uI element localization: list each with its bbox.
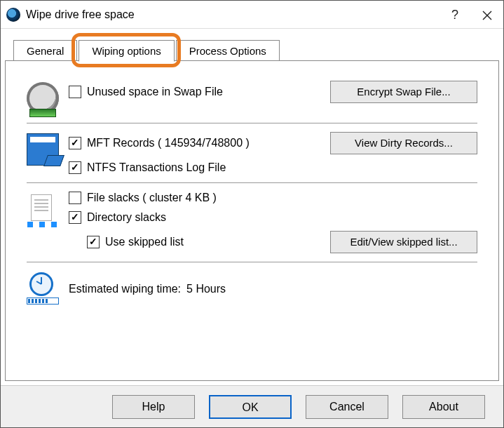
tab-general[interactable]: General xyxy=(13,40,77,61)
label-directory-slacks: Directory slacks xyxy=(87,211,166,224)
label-use-skipped-list: Use skipped list xyxy=(105,236,184,248)
titlebar-close-button[interactable] xyxy=(471,1,503,28)
close-icon xyxy=(482,11,492,20)
window-title: Wipe drive free space xyxy=(26,8,135,21)
section-mft: MFT Records ( 145934/748800 ) View Dirty… xyxy=(27,123,477,183)
about-button[interactable]: About xyxy=(402,395,485,419)
tab-process-options[interactable]: Process Options xyxy=(176,40,280,61)
dialog-button-bar: Help OK Cancel About xyxy=(1,385,503,427)
swap-icon xyxy=(27,81,69,114)
button-encrypt-swap[interactable]: Encrypt Swap File... xyxy=(330,81,477,103)
label-ntfs-log: NTFS Transactions Log File xyxy=(87,161,226,174)
cancel-button[interactable]: Cancel xyxy=(306,395,388,419)
tab-panel-wiping-options: Unused space in Swap File Encrypt Swap F… xyxy=(5,61,499,381)
mft-icon xyxy=(27,132,69,174)
slacks-icon xyxy=(27,192,69,253)
dialog-window: Wipe drive free space ? General Wiping o… xyxy=(0,0,504,428)
label-unused-swap: Unused space in Swap File xyxy=(87,86,223,98)
label-file-slacks: File slacks ( cluster 4 KB ) xyxy=(87,192,217,204)
label-mft-records: MFT Records ( 145934/748800 ) xyxy=(87,137,250,149)
titlebar-help-button[interactable]: ? xyxy=(439,1,471,28)
app-icon xyxy=(6,8,20,22)
section-swap: Unused space in Swap File Encrypt Swap F… xyxy=(27,72,477,123)
titlebar: Wipe drive free space ? xyxy=(1,1,503,29)
clock-icon xyxy=(27,271,69,307)
checkbox-use-skipped-list[interactable] xyxy=(87,236,100,248)
checkbox-mft-records[interactable] xyxy=(69,137,81,149)
ok-button[interactable]: OK xyxy=(209,395,292,419)
checkbox-directory-slacks[interactable] xyxy=(69,211,81,224)
button-edit-skipped-list[interactable]: Edit/View skipped list... xyxy=(330,231,477,253)
checkbox-file-slacks[interactable] xyxy=(69,192,81,204)
tab-wiping-options[interactable]: Wiping options xyxy=(79,40,174,62)
value-estimated-time: 5 Hours xyxy=(186,283,226,295)
section-estimate: Estimated wiping time: 5 Hours xyxy=(27,262,477,316)
label-estimated-time: Estimated wiping time: xyxy=(69,283,181,295)
section-slacks: File slacks ( cluster 4 KB ) Directory s… xyxy=(27,183,477,262)
help-button[interactable]: Help xyxy=(112,395,195,419)
button-view-dirty-records[interactable]: View Dirty Records... xyxy=(330,132,477,154)
tab-bar: General Wiping options Process Options xyxy=(5,37,499,61)
checkbox-ntfs-log[interactable] xyxy=(69,161,81,174)
checkbox-unused-swap[interactable] xyxy=(69,86,81,98)
